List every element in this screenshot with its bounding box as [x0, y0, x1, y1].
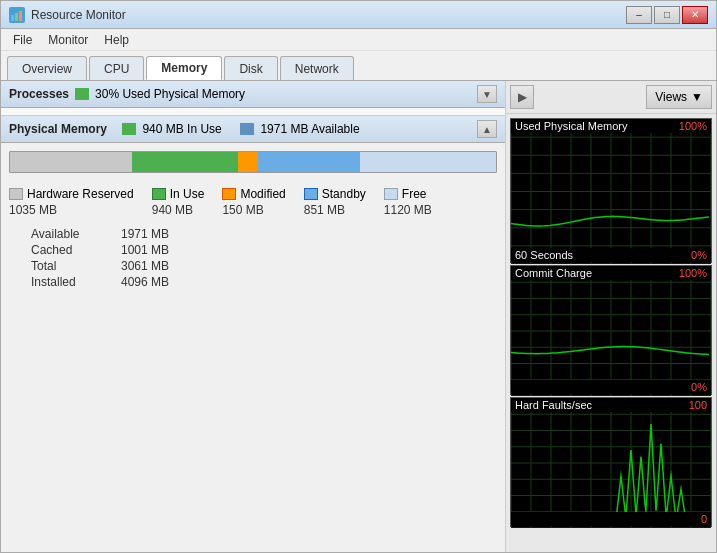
processes-header: Processes 30% Used Physical Memory ▼ — [1, 81, 505, 108]
processes-info: Processes 30% Used Physical Memory — [9, 87, 245, 101]
maximize-button[interactable]: □ — [654, 6, 680, 24]
content-area: Processes 30% Used Physical Memory ▼ Phy… — [1, 81, 716, 552]
menu-help[interactable]: Help — [96, 31, 137, 49]
window-controls: – □ ✕ — [626, 6, 708, 24]
legend-color-free — [384, 188, 398, 200]
chart-faults-zero: 0 — [701, 513, 707, 525]
chart-commit-zero: 0% — [691, 381, 707, 393]
physical-memory-header: Physical Memory 940 MB In Use 1971 MB Av… — [1, 116, 505, 143]
chart-physical-memory: Used Physical Memory 100% 60 Seconds 0% — [510, 118, 712, 263]
legend-standby: Standby 851 MB — [304, 187, 366, 217]
available-label: 1971 MB Available — [260, 122, 359, 136]
legend-label-hardware: Hardware Reserved — [27, 187, 134, 201]
stat-label-available: Available — [31, 227, 101, 241]
legend-label-standby: Standby — [322, 187, 366, 201]
title-bar: Resource Monitor – □ ✕ — [1, 1, 716, 29]
physical-memory-info: Physical Memory 940 MB In Use 1971 MB Av… — [9, 122, 360, 136]
chart-zero-label: 0% — [691, 249, 707, 261]
bar-in-use — [132, 152, 239, 172]
processes-collapse[interactable]: ▼ — [477, 85, 497, 103]
stat-cached: Cached 1001 MB — [31, 243, 475, 257]
stat-label-total: Total — [31, 259, 101, 273]
legend-value-standby: 851 MB — [304, 203, 345, 217]
views-label: Views — [655, 90, 687, 104]
legend-color-hardware — [9, 188, 23, 200]
legend-label-in-use: In Use — [170, 187, 205, 201]
chart-physical-memory-top: 100% — [679, 120, 707, 132]
in-use-label: 940 MB In Use — [142, 122, 221, 136]
bar-standby — [258, 152, 360, 172]
right-panel: ▶ Views ▼ Used Physical Memory 100% — [506, 81, 716, 552]
processes-indicator — [75, 88, 89, 100]
tab-cpu[interactable]: CPU — [89, 56, 144, 80]
legend-free: Free 1120 MB — [384, 187, 432, 217]
close-button[interactable]: ✕ — [682, 6, 708, 24]
views-button[interactable]: Views ▼ — [646, 85, 712, 109]
tab-memory[interactable]: Memory — [146, 56, 222, 80]
chart-hard-faults-header: Hard Faults/sec 100 — [511, 398, 711, 412]
left-panel: Processes 30% Used Physical Memory ▼ Phy… — [1, 81, 506, 552]
stat-available: Available 1971 MB — [31, 227, 475, 241]
legend-modified: Modified 150 MB — [222, 187, 285, 217]
legend-value-modified: 150 MB — [222, 203, 263, 217]
tab-overview[interactable]: Overview — [7, 56, 87, 80]
physical-memory-collapse[interactable]: ▲ — [477, 120, 497, 138]
app-icon — [9, 7, 25, 23]
chart-hard-faults-footer: 0 — [511, 512, 711, 526]
stat-value-available: 1971 MB — [121, 227, 169, 241]
tab-network[interactable]: Network — [280, 56, 354, 80]
right-panel-header: ▶ Views ▼ — [506, 81, 716, 114]
stats-area: Available 1971 MB Cached 1001 MB Total 3… — [1, 217, 505, 299]
menu-bar: File Monitor Help — [1, 29, 716, 51]
chart-commit-charge: Commit Charge 100% 0% — [510, 265, 712, 395]
legend-value-hardware: 1035 MB — [9, 203, 57, 217]
memory-bar-section — [1, 143, 505, 181]
memory-bar — [9, 151, 497, 173]
nav-forward-button[interactable]: ▶ — [510, 85, 534, 109]
stat-installed: Installed 4096 MB — [31, 275, 475, 289]
bar-free — [360, 152, 496, 172]
legend-area: Hardware Reserved 1035 MB In Use 940 MB … — [1, 181, 505, 217]
legend-label-free: Free — [402, 187, 427, 201]
chart-commit-charge-title: Commit Charge — [515, 267, 592, 279]
minimize-button[interactable]: – — [626, 6, 652, 24]
stat-value-total: 3061 MB — [121, 259, 169, 273]
in-use-indicator — [122, 123, 136, 135]
legend-value-free: 1120 MB — [384, 203, 432, 217]
stat-label-cached: Cached — [31, 243, 101, 257]
bar-modified — [238, 152, 257, 172]
chart-hard-faults-canvas — [511, 398, 711, 528]
chart-commit-charge-canvas — [511, 266, 711, 396]
svg-rect-2 — [19, 11, 22, 21]
chart-physical-memory-footer: 60 Seconds 0% — [511, 248, 711, 262]
processes-body — [1, 108, 505, 116]
menu-monitor[interactable]: Monitor — [40, 31, 96, 49]
chart-physical-memory-header: Used Physical Memory 100% — [511, 119, 711, 133]
chart-time-label: 60 Seconds — [515, 249, 573, 261]
stat-total: Total 3061 MB — [31, 259, 475, 273]
bar-hardware-reserved — [10, 152, 132, 172]
charts-area: Used Physical Memory 100% 60 Seconds 0% … — [506, 114, 716, 552]
physical-memory-title: Physical Memory — [9, 122, 107, 136]
chart-commit-charge-top: 100% — [679, 267, 707, 279]
chart-physical-memory-canvas — [511, 119, 711, 264]
views-arrow-icon: ▼ — [691, 90, 703, 104]
legend-color-standby — [304, 188, 318, 200]
menu-file[interactable]: File — [5, 31, 40, 49]
processes-status: 30% Used Physical Memory — [95, 87, 245, 101]
stat-value-installed: 4096 MB — [121, 275, 169, 289]
window-title: Resource Monitor — [31, 8, 626, 22]
tab-disk[interactable]: Disk — [224, 56, 277, 80]
available-indicator — [240, 123, 254, 135]
svg-rect-1 — [15, 13, 18, 21]
legend-color-in-use — [152, 188, 166, 200]
processes-title: Processes — [9, 87, 69, 101]
stat-label-installed: Installed — [31, 275, 101, 289]
legend-in-use: In Use 940 MB — [152, 187, 205, 217]
legend-label-modified: Modified — [240, 187, 285, 201]
chart-hard-faults-title: Hard Faults/sec — [515, 399, 592, 411]
stat-value-cached: 1001 MB — [121, 243, 169, 257]
tab-bar: Overview CPU Memory Disk Network — [1, 51, 716, 81]
main-window: Resource Monitor – □ ✕ File Monitor Help… — [0, 0, 717, 553]
chart-hard-faults-top: 100 — [689, 399, 707, 411]
